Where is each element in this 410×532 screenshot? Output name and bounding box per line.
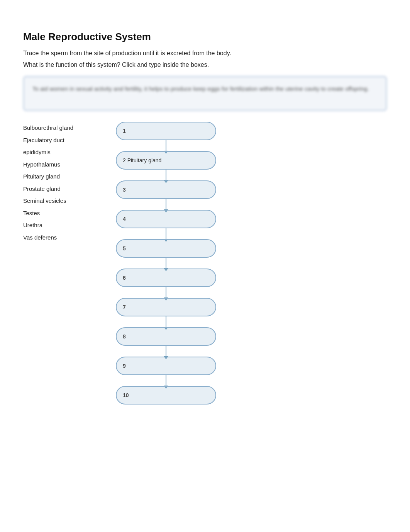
flow-box-9-input[interactable] [129,363,209,369]
box-number-8: 8 [123,333,126,340]
blurred-answer-box: To aid women in sexual activity and fert… [23,76,387,111]
box-number-3: 3 [123,187,126,193]
word-bank-item: Pituitary gland [23,170,100,183]
flow-box-7-input[interactable] [129,304,209,310]
blurred-line-1: To aid women in sexual activity and fert… [32,84,378,94]
flow-box-3[interactable]: 3 [116,180,216,199]
flow-box-2-input[interactable] [123,157,209,163]
box-number-4: 4 [123,216,126,222]
arrow-8 [166,346,166,357]
word-bank-item: Bulbourethral gland [23,122,100,134]
word-bank-item: Vas deferens [23,231,100,244]
flow-diagram: 1 3 4 5 6 [116,122,216,405]
box-number-7: 7 [123,304,126,310]
flow-box-4[interactable]: 4 [116,210,216,228]
word-bank-item: epididymis [23,146,100,158]
flow-box-1[interactable]: 1 [116,122,216,140]
arrow-3 [166,199,166,210]
arrow-4 [166,228,166,239]
main-content: Bulbourethral gland Ejaculatory duct epi… [23,122,387,405]
word-bank-item: Hypothalamus [23,158,100,171]
flow-box-5-input[interactable] [129,245,209,252]
flow-box-1-input[interactable] [129,128,209,134]
flow-box-5[interactable]: 5 [116,239,216,258]
flow-box-10-input[interactable] [132,392,209,398]
flow-box-10[interactable]: 10 [116,386,216,405]
word-bank-item: Testes [23,207,100,219]
arrow-5 [166,258,166,269]
word-bank-item: Urethra [23,219,100,231]
box-number-9: 9 [123,363,126,369]
flow-box-6[interactable]: 6 [116,269,216,287]
instruction-text: What is the function of this system? Cli… [23,61,387,68]
word-bank-item: Seminal vesicles [23,195,100,207]
arrow-9 [166,375,166,386]
flow-box-6-input[interactable] [129,275,209,281]
arrow-6 [166,287,166,298]
arrow-1 [166,140,166,151]
word-bank-item: Ejaculatory duct [23,134,100,146]
word-bank: Bulbourethral gland Ejaculatory duct epi… [23,122,100,243]
arrow-7 [166,316,166,327]
flow-box-8[interactable]: 8 [116,327,216,346]
subtitle-text: Trace the sperm from the site of product… [23,50,387,57]
flow-box-8-input[interactable] [129,333,209,340]
arrow-2 [166,170,166,180]
box-number-6: 6 [123,275,126,281]
page-title: Male Reproductive System [23,31,387,43]
box-number-1: 1 [123,128,126,134]
flow-box-2[interactable] [116,151,216,170]
flow-box-7[interactable]: 7 [116,298,216,316]
flow-box-9[interactable]: 9 [116,357,216,375]
box-number-10: 10 [123,392,129,398]
flow-box-4-input[interactable] [129,216,209,222]
flow-box-3-input[interactable] [129,187,209,193]
word-bank-item: Prostate gland [23,183,100,195]
box-number-5: 5 [123,245,126,252]
